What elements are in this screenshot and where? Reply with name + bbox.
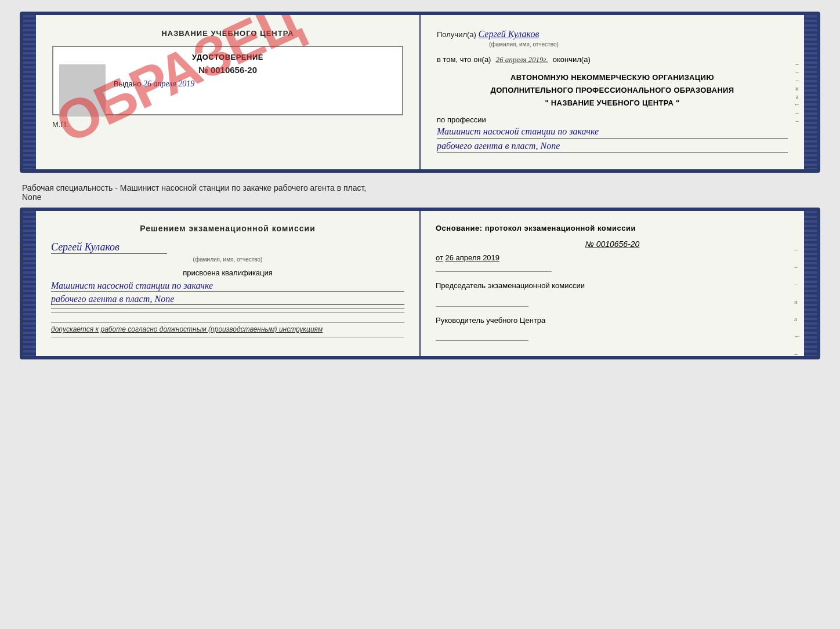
allowed-line: допускается к работе согласно должностны…	[51, 322, 404, 333]
basis-label: Основание: протокол экзаменационной коми…	[436, 224, 789, 232]
bottom-right-panel: Основание: протокол экзаменационной коми…	[421, 211, 804, 356]
top-left-panel: НАЗВАНИЕ УЧЕБНОГО ЦЕНТРА ОБРАЗЕЦ УДОСТОВ…	[36, 15, 421, 169]
director-signature	[436, 328, 528, 341]
date-value-bottom: 26 апреля 2019	[446, 253, 500, 262]
bottom-name-hint: (фамилия, имя, отчество)	[51, 256, 404, 263]
assigned-label: присвоена квалификация	[51, 268, 404, 277]
org-line3: " НАЗВАНИЕ УЧЕБНОГО ЦЕНТРА "	[437, 97, 788, 110]
mp-label: М.П.	[52, 120, 403, 129]
photo-placeholder	[59, 64, 106, 117]
cert-issued: Выдано 26 апреля 2019	[61, 79, 394, 89]
decision-title: Решением экзаменационной комиссии	[51, 224, 404, 233]
separator-line1: Рабочая специальность - Машинист насосно…	[22, 183, 818, 192]
bottom-left-panel: Решением экзаменационной комиссии Сергей…	[36, 211, 421, 356]
profession-line2-top: рабочего агента в пласт, None	[437, 141, 788, 153]
date-value-top: 26 апреля 2019г.	[495, 55, 548, 64]
bottom-name: Сергей Кулаков	[51, 241, 167, 254]
profession-line1-top: Машинист насосной станции по закачке	[437, 126, 788, 139]
issued-label: Выдано	[114, 79, 141, 88]
allowed-value: работе согласно должностным (производств…	[100, 325, 323, 333]
qualification-line2: рабочего агента в пласт, None	[51, 294, 404, 305]
chairman-signature	[436, 294, 528, 307]
bottom-document: Решением экзаменационной комиссии Сергей…	[20, 208, 820, 359]
org-line2: ДОПОЛНИТЕЛЬНОГО ПРОФЕССИОНАЛЬНОГО ОБРАЗО…	[437, 84, 788, 97]
bottom-right-divider	[436, 271, 552, 272]
top-document: НАЗВАНИЕ УЧЕБНОГО ЦЕНТРА ОБРАЗЕЦ УДОСТОВ…	[20, 12, 820, 173]
underline2	[51, 312, 404, 313]
name-hint-top: (фамилия, имя, отчество)	[489, 41, 559, 48]
org-line1: АВТОНОМНУЮ НЕКОММЕРЧЕСКУЮ ОРГАНИЗАЦИЮ	[437, 71, 788, 84]
underline3	[51, 337, 404, 337]
cert-header: УДОСТОВЕРЕНИЕ	[61, 53, 394, 61]
top-center-title: НАЗВАНИЕ УЧЕБНОГО ЦЕНТРА	[52, 29, 403, 38]
top-right-panel: Получил(а) Сергей Кулаков (фамилия, имя,…	[421, 15, 804, 169]
separator-text: Рабочая специальность - Машинист насосно…	[20, 179, 820, 202]
cert-card: УДОСТОВЕРЕНИЕ № 0010656-20 Выдано 26 апр…	[52, 46, 403, 115]
side-marks-top: – – – и а ← – –	[794, 15, 801, 169]
qualification-line1: Машинист насосной станции по закачке	[51, 281, 404, 292]
chairman-label: Председатель экзаменационной комиссии	[436, 280, 789, 292]
bottom-person-name: Сергей Кулаков	[51, 241, 404, 256]
protocol-date: от 26 апреля 2019	[436, 253, 789, 262]
director-label: Руководитель учебного Центра	[436, 315, 789, 326]
allowed-label: допускается к	[51, 325, 99, 333]
received-label: Получил(а) Сергей Кулаков (фамилия, имя,…	[437, 29, 788, 48]
protocol-number: № 0010656-20	[436, 239, 789, 249]
issued-date: 26 апреля 2019	[143, 79, 194, 88]
underline1	[51, 308, 404, 309]
profession-label-top: по профессии	[437, 115, 788, 124]
org-block: АВТОНОМНУЮ НЕКОММЕРЧЕСКУЮ ОРГАНИЗАЦИЮ ДО…	[437, 71, 788, 110]
received-name: Сергей Кулаков	[479, 29, 540, 39]
separator-line2: None	[22, 192, 818, 202]
side-marks-bottom: – – – и а ← – – – –	[794, 246, 801, 359]
date-line: в том, что он(а) 26 апреля 2019г. окончи…	[437, 55, 788, 64]
cert-number: № 0010656-20	[61, 65, 394, 75]
